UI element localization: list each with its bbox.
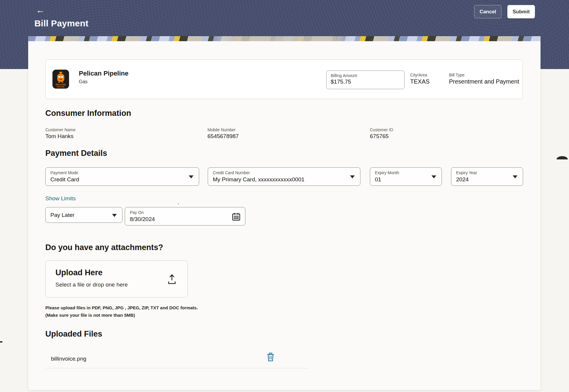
city-area-value: TEXAS — [410, 78, 430, 85]
show-limits-link[interactable]: Show Limits — [45, 195, 76, 202]
trash-icon — [267, 353, 274, 361]
screen-artifact-dash — [0, 341, 2, 343]
upload-format-note-line1: Please upload files in PDF, PNG, JPG , J… — [45, 305, 198, 310]
pay-on-value[interactable]: 8/30/2024 — [130, 216, 155, 223]
biller-summary-card: PELICAN PIPELINE Pelican Pipeline Gas Bi… — [45, 59, 523, 99]
calendar-icon[interactable] — [232, 212, 240, 221]
uploaded-file-name: billinvoice.png — [51, 356, 86, 362]
expiry-month-select[interactable]: Expiry Month 01 — [370, 167, 442, 186]
cancel-button[interactable]: Cancel — [474, 5, 501, 18]
credit-card-number-value: My Primary Card, xxxxxxxxxxxx0001 — [213, 176, 304, 183]
back-button[interactable]: ← — [35, 5, 46, 15]
pelican-pipeline-logo-icon: PELICAN PIPELINE — [52, 70, 69, 89]
decorative-banner-image — [28, 36, 541, 41]
upload-icon — [167, 274, 177, 284]
expiry-year-select[interactable]: Expiry Year 2024 — [451, 167, 523, 186]
customer-id-value: 675765 — [370, 133, 393, 140]
customer-id-label: Customer ID — [370, 127, 393, 132]
customer-name-field: Customer Name Tom Hanks — [45, 127, 76, 140]
uploaded-files-heading: Uploaded Files — [45, 329, 102, 339]
customer-id-field: Customer ID 675765 — [370, 127, 393, 140]
attachments-heading: Do you have any attachments? — [45, 243, 163, 252]
chevron-down-icon — [189, 175, 194, 178]
mobile-number-value: 6545678987 — [207, 133, 239, 140]
bill-type-field: Bill Type Presentment and Payment — [449, 73, 519, 85]
customer-name-label: Customer Name — [45, 127, 76, 132]
expiry-year-label: Expiry Year — [456, 170, 477, 175]
pay-on-date-field[interactable]: Pay On 8/30/2024 — [125, 207, 245, 225]
payment-details-heading: Payment Details — [45, 149, 107, 158]
mobile-number-field: Mobile Number 6545678987 — [207, 127, 239, 140]
payment-mode-value: Credit Card — [50, 176, 79, 183]
billing-amount-label: Billing Amount — [331, 73, 400, 78]
chevron-down-icon — [431, 175, 436, 178]
city-area-label: City/Area — [410, 73, 430, 77]
page-title: Bill Payment — [34, 18, 88, 28]
expiry-month-value: 01 — [375, 176, 381, 183]
svg-text:PIPELINE: PIPELINE — [57, 86, 65, 88]
chevron-down-icon — [350, 175, 355, 178]
file-list-divider — [45, 368, 308, 368]
pay-option-select[interactable]: Pay Later — [45, 207, 122, 223]
expiry-month-label: Expiry Month — [375, 170, 399, 175]
customer-name-value: Tom Hanks — [45, 133, 76, 140]
upload-title: Upload Here — [55, 268, 103, 277]
chevron-down-icon — [112, 214, 117, 217]
delete-file-button[interactable] — [267, 353, 274, 361]
consumer-information-heading: Consumer Information — [45, 109, 131, 118]
upload-hint: Select a file or drop one here — [55, 281, 128, 288]
file-upload-dropzone[interactable]: Upload Here Select a file or drop one he… — [45, 260, 188, 297]
screen-artifact-semicircle — [557, 156, 568, 159]
billing-amount-value[interactable]: $175.75 — [331, 79, 400, 85]
payment-mode-label: Payment Mode — [50, 170, 78, 175]
bill-payment-card: PELICAN PIPELINE Pelican Pipeline Gas Bi… — [28, 36, 541, 390]
city-area-field: City/Area TEXAS — [410, 73, 430, 85]
mobile-number-label: Mobile Number — [207, 127, 239, 132]
biller-category: Gas — [79, 79, 87, 84]
pay-on-label: Pay On — [130, 210, 144, 215]
submit-button[interactable]: Submit — [507, 5, 535, 18]
payment-mode-select[interactable]: Payment Mode Credit Card — [45, 167, 199, 186]
billing-amount-field[interactable]: Billing Amount $175.75 — [326, 71, 405, 89]
credit-card-number-select[interactable]: Credit Card Number My Primary Card, xxxx… — [208, 167, 360, 186]
credit-card-number-label: Credit Card Number — [213, 170, 250, 175]
chevron-down-icon — [513, 175, 517, 178]
svg-text:PELICAN: PELICAN — [56, 84, 66, 86]
uploaded-file-row: billinvoice.png — [45, 350, 308, 368]
bill-type-value: Presentment and Payment — [449, 78, 519, 85]
stray-pixel-artifact — [178, 203, 179, 204]
biller-logo: PELICAN PIPELINE — [52, 70, 69, 89]
biller-name: Pelican Pipeline — [79, 70, 129, 77]
expiry-year-value: 2024 — [456, 176, 469, 183]
bill-type-label: Bill Type — [449, 73, 519, 77]
pay-option-value: Pay Later — [50, 207, 74, 223]
upload-format-note-line2: (Make sure your file is not more than 5M… — [45, 313, 135, 318]
